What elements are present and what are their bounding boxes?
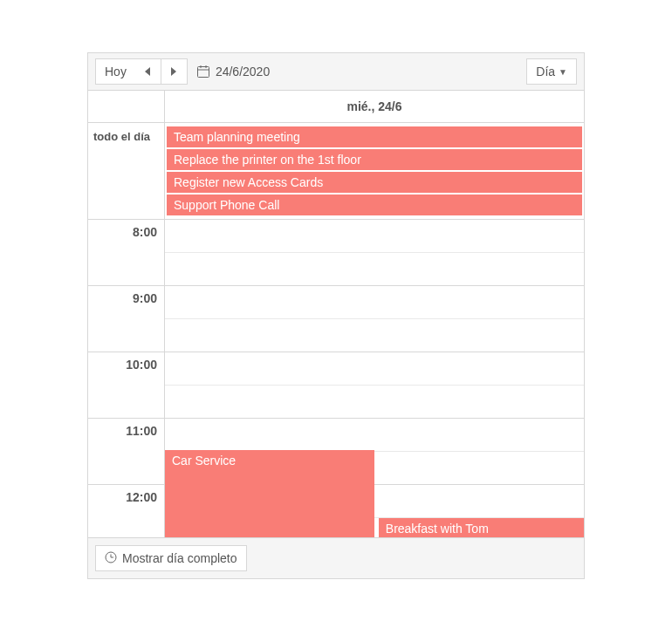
chevron-left-icon	[145, 67, 150, 76]
time-slot[interactable]	[165, 419, 584, 452]
footer: Mostrar día completo	[88, 537, 584, 578]
time-slot[interactable]	[165, 386, 584, 419]
timed-event[interactable]: Breakfast with Tom	[379, 518, 584, 537]
hour-label: 11:00	[88, 419, 164, 485]
hour-label: 10:00	[88, 352, 164, 419]
toolbar: Hoy 24/6/2020 Día ▼	[88, 53, 584, 91]
time-slot[interactable]	[165, 319, 584, 352]
allday-row: todo el día Team planning meetingReplace…	[88, 123, 584, 220]
view-label: Día	[536, 65, 555, 78]
day-title: mié., 24/6	[165, 91, 584, 122]
chevron-right-icon	[171, 67, 176, 76]
day-header-row: mié., 24/6	[88, 91, 584, 123]
next-button[interactable]	[161, 58, 188, 85]
time-gutter: 8:009:0010:0011:0012:00	[88, 220, 165, 537]
allday-event[interactable]: Team planning meeting	[167, 126, 582, 147]
hour-label: 9:00	[88, 286, 164, 352]
time-slot[interactable]	[165, 286, 584, 319]
allday-event[interactable]: Support Phone Call	[167, 195, 582, 215]
prev-button[interactable]	[135, 58, 161, 85]
allday-label: todo el día	[88, 123, 165, 219]
time-body: 8:009:0010:0011:0012:00 Car ServiceBreak…	[88, 220, 584, 537]
hour-label: 8:00	[88, 220, 164, 286]
current-date-label: 24/6/2020	[216, 65, 270, 78]
time-slot[interactable]	[165, 220, 584, 253]
time-slot[interactable]	[165, 352, 584, 386]
show-full-day-button[interactable]: Mostrar día completo	[95, 545, 247, 571]
header-gutter	[88, 91, 165, 122]
day-column-header: mié., 24/6	[165, 91, 584, 122]
svg-rect-0	[197, 67, 209, 78]
caret-down-icon: ▼	[559, 67, 567, 77]
today-button[interactable]: Hoy	[95, 58, 136, 85]
time-slot[interactable]	[165, 253, 584, 286]
view-selector[interactable]: Día ▼	[526, 58, 577, 85]
calendar-icon	[196, 65, 210, 78]
timed-event[interactable]: Car Service	[165, 450, 374, 537]
hour-label: 12:00	[88, 485, 164, 537]
allday-events-container: Team planning meetingReplace the printer…	[165, 123, 584, 219]
time-content[interactable]: Car ServiceBreakfast with Tom	[165, 220, 584, 537]
show-full-day-label: Mostrar día completo	[122, 551, 237, 565]
calendar-day-view: Hoy 24/6/2020 Día ▼ mié., 24/6 todo el d…	[87, 52, 585, 579]
date-picker[interactable]: 24/6/2020	[196, 65, 270, 78]
clock-icon	[105, 551, 117, 566]
allday-event[interactable]: Register new Access Cards	[167, 172, 582, 193]
allday-event[interactable]: Replace the printer on the 1st floor	[167, 149, 582, 170]
